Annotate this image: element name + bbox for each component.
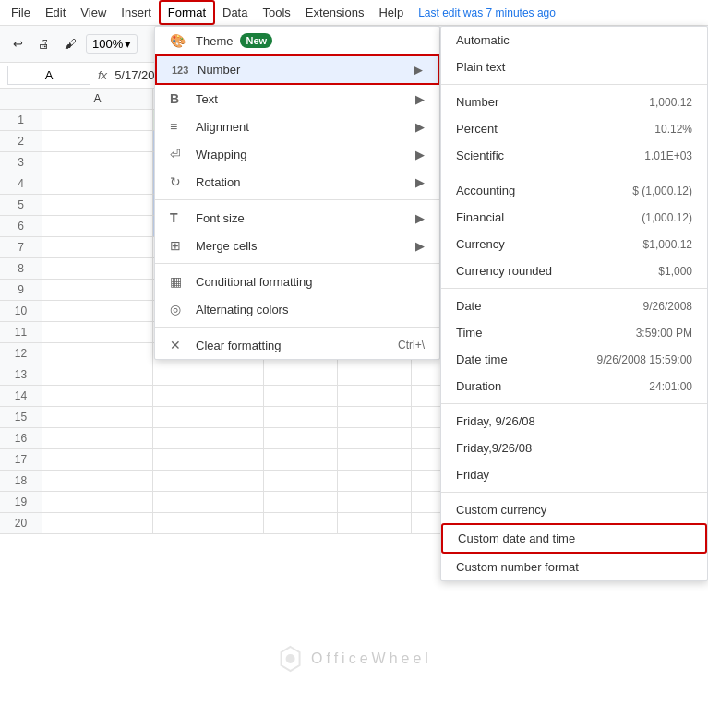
submenu-item-financial[interactable]: Financial (1,000.12) — [441, 204, 707, 231]
cell-a6[interactable] — [42, 216, 153, 236]
cell-a20[interactable] — [42, 513, 153, 533]
row-num: 9 — [0, 280, 42, 300]
cell-a5[interactable] — [42, 195, 153, 215]
menu-item-alternating-colors[interactable]: ◎ Alternating colors — [155, 295, 439, 323]
menu-insert[interactable]: Insert — [114, 2, 159, 23]
menu-item-number[interactable]: 123 Number ▶ — [155, 54, 439, 85]
submenu-item-number[interactable]: Number 1,000.12 — [441, 89, 707, 115]
cell-d19[interactable] — [338, 492, 412, 512]
menu-help[interactable]: Help — [371, 2, 411, 23]
submenu-item-date-time[interactable]: Date time 9/26/2008 15:59:00 — [441, 346, 707, 373]
cell-d20[interactable] — [338, 513, 412, 533]
submenu-arrow-icon: ▶ — [415, 211, 425, 225]
cell-b16[interactable] — [153, 428, 264, 448]
cell-a9[interactable] — [42, 280, 153, 300]
cell-c20[interactable] — [264, 513, 338, 533]
submenu-item-time[interactable]: Time 3:59:00 PM — [441, 319, 707, 346]
text-icon: B — [170, 91, 188, 106]
menu-file[interactable]: File — [4, 2, 38, 23]
cell-c15[interactable] — [264, 407, 338, 427]
submenu-item-duration[interactable]: Duration 24:01:00 — [441, 373, 707, 400]
watermark: OfficeWheel — [276, 645, 432, 673]
submenu-item-automatic[interactable]: Automatic — [441, 27, 707, 54]
menu-item-merge-cells[interactable]: ⊞ Merge cells ▶ — [155, 232, 439, 259]
cell-c16[interactable] — [264, 428, 338, 448]
cell-a2[interactable] — [42, 131, 153, 151]
submenu-item-accounting[interactable]: Accounting $ (1,000.12) — [441, 177, 707, 204]
cell-a1[interactable] — [42, 110, 153, 130]
submenu-item-scientific[interactable]: Scientific 1.01E+03 — [441, 142, 707, 169]
cell-d14[interactable] — [338, 386, 412, 406]
cell-b17[interactable] — [153, 449, 264, 470]
menu-edit[interactable]: Edit — [38, 2, 73, 23]
menu-item-clear-formatting[interactable]: ✕ Clear formatting Ctrl+\ — [155, 331, 439, 359]
submenu-item-friday[interactable]: Friday — [441, 461, 707, 488]
menu-item-theme[interactable]: 🎨 Theme New — [155, 27, 439, 54]
submenu-preview-duration: 24:01:00 — [649, 380, 692, 393]
cell-a18[interactable] — [42, 471, 153, 491]
menu-item-alignment[interactable]: ≡ Alignment ▶ — [155, 113, 439, 140]
cell-a15[interactable] — [42, 407, 153, 427]
print-button[interactable]: 🖨 — [32, 33, 55, 54]
menu-view[interactable]: View — [73, 2, 114, 23]
cell-b15[interactable] — [153, 407, 264, 427]
cell-d17[interactable] — [338, 449, 412, 470]
cell-a10[interactable] — [42, 301, 153, 321]
cell-a8[interactable] — [42, 258, 153, 279]
submenu-divider — [441, 84, 707, 85]
paint-format-button[interactable]: 🖌 — [59, 33, 82, 54]
cell-d16[interactable] — [338, 428, 412, 448]
cell-a4[interactable] — [42, 173, 153, 194]
cell-b20[interactable] — [153, 513, 264, 533]
cell-c14[interactable] — [264, 386, 338, 406]
clear-formatting-shortcut: Ctrl+\ — [398, 339, 425, 352]
menu-data[interactable]: Data — [215, 2, 255, 23]
submenu-label-number: Number — [456, 95, 498, 109]
cell-a7[interactable] — [42, 237, 153, 257]
submenu-item-plain-text[interactable]: Plain text — [441, 54, 707, 80]
number-submenu: Automatic Plain text Number 1,000.12 Per… — [440, 26, 708, 581]
menu-item-conditional-formatting[interactable]: ▦ Conditional formatting — [155, 268, 439, 295]
zoom-control[interactable]: 100% ▾ — [86, 34, 138, 54]
submenu-item-currency[interactable]: Currency $1,000.12 — [441, 231, 707, 257]
cell-b19[interactable] — [153, 492, 264, 512]
cell-b18[interactable] — [153, 471, 264, 491]
cell-c13[interactable] — [264, 364, 338, 385]
cell-b13[interactable] — [153, 364, 264, 385]
submenu-item-custom-date-time[interactable]: Custom date and time — [441, 523, 707, 554]
zoom-arrow-icon: ▾ — [125, 37, 131, 51]
cell-b14[interactable] — [153, 386, 264, 406]
cell-d13[interactable] — [338, 364, 412, 385]
menu-extensions[interactable]: Extensions — [298, 2, 372, 23]
submenu-item-percent[interactable]: Percent 10.12% — [441, 115, 707, 142]
submenu-item-date[interactable]: Date 9/26/2008 — [441, 292, 707, 319]
cell-a16[interactable] — [42, 428, 153, 448]
submenu-item-friday-long[interactable]: Friday, 9/26/08 — [441, 408, 707, 435]
submenu-item-custom-currency[interactable]: Custom currency — [441, 496, 707, 523]
menu-item-text[interactable]: B Text ▶ — [155, 85, 439, 113]
cell-c17[interactable] — [264, 449, 338, 470]
submenu-item-currency-rounded[interactable]: Currency rounded $1,000 — [441, 257, 707, 284]
cell-a3[interactable] — [42, 152, 153, 173]
cell-a12[interactable] — [42, 343, 153, 364]
cell-c18[interactable] — [264, 471, 338, 491]
menu-format[interactable]: Format — [159, 0, 215, 25]
menu-item-rotation[interactable]: ↻ Rotation ▶ — [155, 168, 439, 196]
undo-button[interactable]: ↩ — [7, 33, 29, 54]
cell-a13[interactable] — [42, 364, 153, 385]
menu-tools[interactable]: Tools — [255, 2, 297, 23]
cell-d18[interactable] — [338, 471, 412, 491]
name-box[interactable] — [7, 66, 90, 85]
cell-d15[interactable] — [338, 407, 412, 427]
menu-item-merge-cells-label: Merge cells — [196, 239, 257, 253]
cell-a19[interactable] — [42, 492, 153, 512]
cell-a14[interactable] — [42, 386, 153, 406]
cell-c19[interactable] — [264, 492, 338, 512]
menu-item-wrapping[interactable]: ⏎ Wrapping ▶ — [155, 140, 439, 168]
submenu-item-friday-short[interactable]: Friday,9/26/08 — [441, 435, 707, 461]
submenu-item-custom-number-format[interactable]: Custom number format — [441, 554, 707, 580]
cell-a17[interactable] — [42, 449, 153, 470]
format-menu: 🎨 Theme New 123 Number ▶ B Text ▶ ≡ Alig… — [154, 26, 440, 360]
menu-item-font-size[interactable]: T Font size ▶ — [155, 204, 439, 232]
cell-a11[interactable] — [42, 322, 153, 342]
